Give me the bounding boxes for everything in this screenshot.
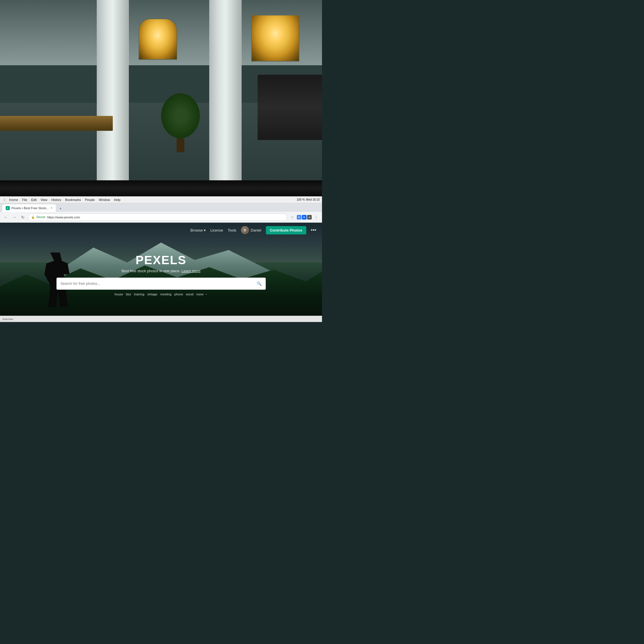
learn-more-link[interactable]: Learn more [181, 269, 200, 273]
system-icons: 100 % Wed 16:15 [297, 198, 320, 201]
browser-window:  hrome File Edit View History Bookmarks… [0, 196, 322, 322]
contribute-photos-button[interactable]: Contribute Photos [266, 226, 306, 234]
chrome-toolbar: ← → ↻ 🔒 Secure https://www.pexels.com ☆ … [0, 212, 322, 223]
back-button[interactable]: ← [2, 214, 9, 221]
suggestion-wood[interactable]: wood [186, 293, 193, 296]
menu-bookmarks[interactable]: Bookmarks [64, 197, 83, 202]
chrome-more-button[interactable]: ⋮ [313, 214, 320, 221]
office-table [0, 116, 113, 131]
suggestion-blur[interactable]: blur [126, 293, 131, 296]
extension-icons: G D ● [297, 215, 312, 220]
refresh-button[interactable]: ↻ [19, 214, 26, 221]
mac-menu-bar:  hrome File Edit View History Bookmarks… [0, 196, 322, 203]
active-tab[interactable]: P Pexels • Best Free Stock... × [2, 204, 56, 212]
user-avatar[interactable]: D [241, 226, 249, 234]
bookmark-button[interactable]: ☆ [289, 214, 296, 221]
menu-people[interactable]: People [83, 197, 96, 202]
status-label: Searches [2, 318, 13, 321]
menu-items:  hrome File Edit View History Bookmarks… [2, 197, 122, 202]
refresh-icon: ↻ [21, 215, 25, 220]
browse-link[interactable]: Browse ▾ [190, 228, 206, 232]
clock: Wed 16:15 [306, 198, 320, 201]
office-background [0, 0, 322, 187]
plant-leaves [161, 93, 200, 138]
license-link[interactable]: License [210, 228, 223, 232]
tab-close-icon[interactable]: × [50, 206, 52, 210]
menu-window[interactable]: Window [97, 197, 112, 202]
menu-help[interactable]: Help [112, 197, 122, 202]
office-chair [258, 75, 322, 140]
tab-label: Pexels • Best Free Stock... [11, 206, 49, 210]
office-pillar-left [97, 0, 129, 187]
monitor-bezel [0, 180, 322, 196]
bookmark-icon: ☆ [291, 215, 294, 219]
browse-arrow-icon: ▾ [204, 228, 206, 232]
office-window-2 [251, 15, 300, 62]
ext-icon-1[interactable]: G [297, 215, 301, 220]
secure-label: Secure [36, 216, 46, 219]
pexels-logo: PEXELS [56, 253, 266, 267]
pexels-more-button[interactable]: ••• [311, 227, 316, 233]
suggestion-more[interactable]: more → [196, 293, 208, 296]
pexels-search-input[interactable] [60, 281, 254, 286]
menu-history[interactable]: History [50, 197, 63, 202]
menu-chrome[interactable]: hrome [7, 197, 20, 202]
pexels-search-bar: 🔍 [56, 278, 266, 290]
chrome-more-icon: ⋮ [315, 215, 318, 219]
pexels-hero-content: PEXELS Best free stock photos in one pla… [56, 253, 266, 296]
tab-favicon: P [6, 206, 10, 210]
pexels-search-icon: 🔍 [257, 281, 262, 286]
pexels-hero: Browse ▾ License Tools D Daniel Contribu… [0, 223, 322, 322]
forward-icon: → [12, 215, 16, 220]
tools-link[interactable]: Tools [228, 228, 236, 232]
suggestion-vintage[interactable]: vintage [147, 293, 157, 296]
suggestion-house[interactable]: house [114, 293, 123, 296]
office-plant [161, 93, 200, 149]
address-bar[interactable]: 🔒 Secure https://www.pexels.com [28, 214, 287, 221]
status-bar: Searches [0, 316, 322, 322]
user-section: D Daniel [241, 226, 261, 234]
ext-icon-2[interactable]: D [302, 215, 307, 220]
suggestion-training[interactable]: training [134, 293, 144, 296]
pexels-suggestions: house blur training vintage meeting phon… [56, 293, 266, 296]
pexels-website: Browse ▾ License Tools D Daniel Contribu… [0, 223, 322, 322]
menu-view[interactable]: View [39, 197, 49, 202]
tab-bar: P Pexels • Best Free Stock... × + [0, 203, 322, 212]
menu-apple[interactable]:  [2, 197, 7, 202]
new-tab-button[interactable]: + [57, 205, 64, 212]
pexels-nav-links: Browse ▾ License Tools D Daniel Contribu… [190, 226, 316, 234]
office-pillar-right [209, 0, 242, 187]
battery-icon: 100 % [297, 198, 305, 201]
pexels-tagline: Best free stock photos in one place. Lea… [56, 269, 266, 273]
browser-actions: ☆ G D ● ⋮ [289, 214, 320, 221]
back-icon: ← [4, 215, 8, 220]
office-window-1 [139, 19, 177, 60]
menu-file[interactable]: File [20, 197, 29, 202]
url-text: https://www.pexels.com [47, 216, 80, 219]
forward-button[interactable]: → [11, 214, 18, 221]
pexels-navbar: Browse ▾ License Tools D Daniel Contribu… [0, 223, 322, 238]
lock-icon: 🔒 [31, 216, 35, 219]
ext-icon-3[interactable]: ● [307, 215, 312, 220]
menu-edit[interactable]: Edit [29, 197, 38, 202]
suggestion-meeting[interactable]: meeting [160, 293, 171, 296]
plant-stem [177, 138, 184, 152]
suggestion-phone[interactable]: phone [174, 293, 183, 296]
username-label[interactable]: Daniel [251, 228, 261, 232]
